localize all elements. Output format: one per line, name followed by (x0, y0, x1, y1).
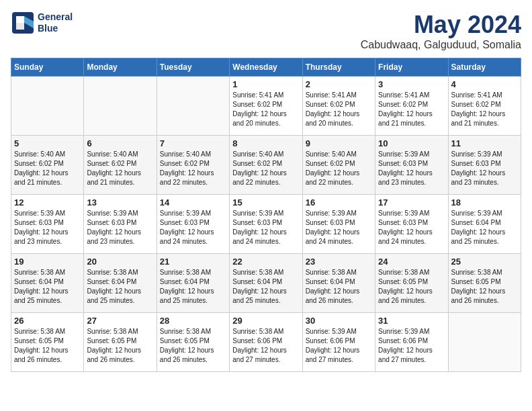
calendar-cell: 29Sunrise: 5:38 AM Sunset: 6:06 PM Dayli… (230, 313, 302, 372)
day-number: 11 (451, 138, 518, 148)
day-info: Sunrise: 5:39 AM Sunset: 6:06 PM Dayligh… (306, 327, 372, 365)
day-number: 5 (14, 138, 81, 148)
day-number: 23 (306, 257, 372, 267)
day-number: 1 (232, 79, 299, 89)
day-info: Sunrise: 5:39 AM Sunset: 6:03 PM Dayligh… (306, 209, 372, 246)
day-number: 9 (306, 138, 372, 148)
calendar-cell: 24Sunrise: 5:38 AM Sunset: 6:05 PM Dayli… (375, 254, 448, 313)
calendar-cell: 31Sunrise: 5:39 AM Sunset: 6:06 PM Dayli… (375, 313, 448, 372)
day-info: Sunrise: 5:40 AM Sunset: 6:02 PM Dayligh… (160, 150, 226, 187)
weekday-header-wednesday: Wednesday (230, 58, 302, 77)
day-info: Sunrise: 5:39 AM Sunset: 6:03 PM Dayligh… (378, 150, 445, 187)
calendar-cell: 17Sunrise: 5:39 AM Sunset: 6:03 PM Dayli… (375, 195, 448, 254)
day-number: 15 (232, 197, 299, 208)
day-number: 19 (14, 257, 81, 267)
week-row-4: 19Sunrise: 5:38 AM Sunset: 6:04 PM Dayli… (11, 254, 521, 313)
weekday-header-saturday: Saturday (448, 58, 521, 77)
day-info: Sunrise: 5:38 AM Sunset: 6:04 PM Dayligh… (232, 268, 299, 306)
title-block: May 2024 Cabudwaaq, Galguduud, Somalia (361, 11, 521, 51)
day-number: 13 (87, 197, 153, 208)
day-info: Sunrise: 5:39 AM Sunset: 6:03 PM Dayligh… (378, 209, 445, 246)
day-number: 22 (232, 257, 299, 267)
calendar-cell: 13Sunrise: 5:39 AM Sunset: 6:03 PM Dayli… (84, 195, 157, 254)
calendar-cell: 12Sunrise: 5:39 AM Sunset: 6:03 PM Dayli… (11, 195, 84, 254)
calendar-cell: 22Sunrise: 5:38 AM Sunset: 6:04 PM Dayli… (230, 254, 302, 313)
calendar-cell: 11Sunrise: 5:39 AM Sunset: 6:03 PM Dayli… (448, 136, 521, 195)
weekday-header-tuesday: Tuesday (157, 58, 229, 77)
day-number: 20 (87, 257, 153, 267)
day-info: Sunrise: 5:40 AM Sunset: 6:02 PM Dayligh… (306, 150, 372, 187)
day-number: 30 (306, 316, 372, 326)
day-info: Sunrise: 5:38 AM Sunset: 6:04 PM Dayligh… (14, 268, 81, 306)
day-number: 12 (14, 197, 81, 208)
day-info: Sunrise: 5:40 AM Sunset: 6:02 PM Dayligh… (14, 150, 81, 187)
calendar-cell: 6Sunrise: 5:40 AM Sunset: 6:02 PM Daylig… (84, 136, 157, 195)
day-number: 8 (232, 138, 299, 148)
day-info: Sunrise: 5:39 AM Sunset: 6:03 PM Dayligh… (451, 150, 518, 187)
calendar: SundayMondayTuesdayWednesdayThursdayFrid… (11, 58, 521, 372)
day-number: 27 (87, 316, 153, 326)
calendar-cell (11, 77, 84, 136)
day-number: 3 (378, 79, 445, 89)
day-number: 29 (232, 316, 299, 326)
day-info: Sunrise: 5:38 AM Sunset: 6:05 PM Dayligh… (87, 327, 153, 365)
weekday-header-sunday: Sunday (11, 58, 84, 77)
day-number: 14 (160, 197, 226, 208)
week-row-1: 1Sunrise: 5:41 AM Sunset: 6:02 PM Daylig… (11, 77, 521, 136)
calendar-cell: 10Sunrise: 5:39 AM Sunset: 6:03 PM Dayli… (375, 136, 448, 195)
week-row-3: 12Sunrise: 5:39 AM Sunset: 6:03 PM Dayli… (11, 195, 521, 254)
day-number: 24 (378, 257, 445, 267)
day-info: Sunrise: 5:38 AM Sunset: 6:04 PM Dayligh… (87, 268, 153, 306)
day-info: Sunrise: 5:39 AM Sunset: 6:03 PM Dayligh… (14, 209, 81, 246)
calendar-cell: 30Sunrise: 5:39 AM Sunset: 6:06 PM Dayli… (302, 313, 375, 372)
day-info: Sunrise: 5:39 AM Sunset: 6:03 PM Dayligh… (87, 209, 153, 246)
calendar-cell: 5Sunrise: 5:40 AM Sunset: 6:02 PM Daylig… (11, 136, 84, 195)
day-number: 10 (378, 138, 445, 148)
day-info: Sunrise: 5:40 AM Sunset: 6:02 PM Dayligh… (232, 150, 299, 187)
calendar-cell: 28Sunrise: 5:38 AM Sunset: 6:05 PM Dayli… (157, 313, 229, 372)
weekday-header-friday: Friday (375, 58, 448, 77)
weekday-header-row: SundayMondayTuesdayWednesdayThursdayFrid… (11, 58, 521, 77)
day-number: 17 (378, 197, 445, 208)
week-row-2: 5Sunrise: 5:40 AM Sunset: 6:02 PM Daylig… (11, 136, 521, 195)
calendar-cell: 25Sunrise: 5:38 AM Sunset: 6:05 PM Dayli… (448, 254, 521, 313)
day-info: Sunrise: 5:38 AM Sunset: 6:05 PM Dayligh… (451, 268, 518, 306)
calendar-cell: 19Sunrise: 5:38 AM Sunset: 6:04 PM Dayli… (11, 254, 84, 313)
day-number: 7 (160, 138, 226, 148)
month-title: May 2024 (361, 11, 521, 39)
calendar-cell: 27Sunrise: 5:38 AM Sunset: 6:05 PM Dayli… (84, 313, 157, 372)
day-info: Sunrise: 5:40 AM Sunset: 6:02 PM Dayligh… (87, 150, 153, 187)
calendar-cell: 9Sunrise: 5:40 AM Sunset: 6:02 PM Daylig… (302, 136, 375, 195)
calendar-cell: 15Sunrise: 5:39 AM Sunset: 6:03 PM Dayli… (230, 195, 302, 254)
page-header: General Blue May 2024 Cabudwaaq, Galgudu… (11, 11, 521, 51)
calendar-cell: 14Sunrise: 5:39 AM Sunset: 6:03 PM Dayli… (157, 195, 229, 254)
day-number: 26 (14, 316, 81, 326)
calendar-cell: 16Sunrise: 5:39 AM Sunset: 6:03 PM Dayli… (302, 195, 375, 254)
day-info: Sunrise: 5:39 AM Sunset: 6:03 PM Dayligh… (160, 209, 226, 246)
day-number: 25 (451, 257, 518, 267)
day-info: Sunrise: 5:41 AM Sunset: 6:02 PM Dayligh… (378, 91, 445, 128)
weekday-header-monday: Monday (84, 58, 157, 77)
calendar-cell: 23Sunrise: 5:38 AM Sunset: 6:04 PM Dayli… (302, 254, 375, 313)
day-number: 31 (378, 316, 445, 326)
day-info: Sunrise: 5:41 AM Sunset: 6:02 PM Dayligh… (451, 91, 518, 128)
calendar-cell: 7Sunrise: 5:40 AM Sunset: 6:02 PM Daylig… (157, 136, 229, 195)
logo: General Blue (11, 11, 73, 35)
calendar-cell: 2Sunrise: 5:41 AM Sunset: 6:02 PM Daylig… (302, 77, 375, 136)
calendar-cell: 20Sunrise: 5:38 AM Sunset: 6:04 PM Dayli… (84, 254, 157, 313)
day-info: Sunrise: 5:38 AM Sunset: 6:06 PM Dayligh… (232, 327, 299, 365)
calendar-cell: 1Sunrise: 5:41 AM Sunset: 6:02 PM Daylig… (230, 77, 302, 136)
calendar-cell: 4Sunrise: 5:41 AM Sunset: 6:02 PM Daylig… (448, 77, 521, 136)
day-number: 21 (160, 257, 226, 267)
day-info: Sunrise: 5:39 AM Sunset: 6:06 PM Dayligh… (378, 327, 445, 365)
day-info: Sunrise: 5:38 AM Sunset: 6:04 PM Dayligh… (306, 268, 372, 306)
day-info: Sunrise: 5:38 AM Sunset: 6:04 PM Dayligh… (160, 268, 226, 306)
day-info: Sunrise: 5:38 AM Sunset: 6:05 PM Dayligh… (160, 327, 226, 365)
day-number: 4 (451, 79, 518, 89)
day-number: 2 (306, 79, 372, 89)
svg-marker-2 (16, 16, 24, 23)
calendar-cell: 8Sunrise: 5:40 AM Sunset: 6:02 PM Daylig… (230, 136, 302, 195)
day-number: 16 (306, 197, 372, 208)
calendar-cell: 21Sunrise: 5:38 AM Sunset: 6:04 PM Dayli… (157, 254, 229, 313)
day-info: Sunrise: 5:41 AM Sunset: 6:02 PM Dayligh… (306, 91, 372, 128)
